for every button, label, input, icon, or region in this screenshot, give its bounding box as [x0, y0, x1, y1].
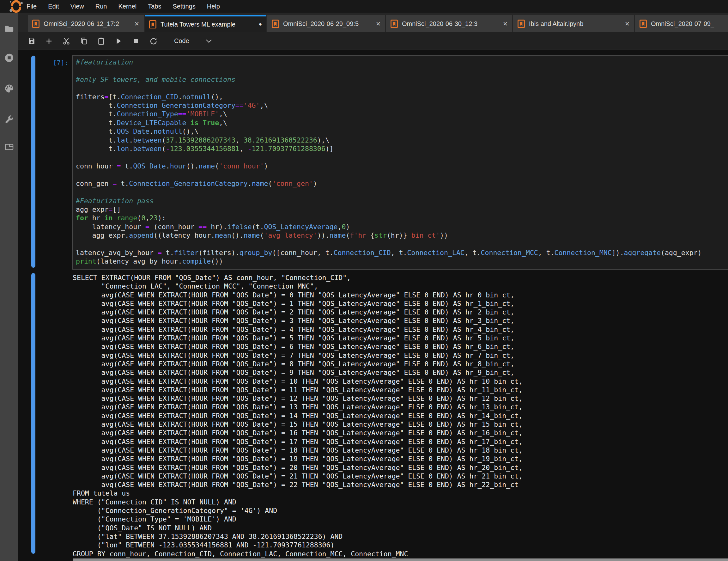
code-line — [76, 84, 728, 92]
tab-2-omnisci-2020-06-29-09-5[interactable]: OmniSci_2020-06-29_09:5✕ — [267, 15, 385, 32]
code-line: conn_hour = t.QOS_Date.hour().name('conn… — [76, 162, 728, 170]
add-icon — [44, 37, 54, 45]
menu-item-edit[interactable]: Edit — [42, 0, 64, 13]
restart-kernel-button[interactable] — [149, 36, 158, 46]
menu-item-settings[interactable]: Settings — [167, 0, 201, 13]
notebook-icon — [272, 20, 279, 28]
code-line — [76, 66, 728, 75]
insert-cell-below-button[interactable] — [44, 36, 54, 46]
code-line: filters=[t.Connection_CID.notnull(), — [76, 93, 728, 101]
code-editor-content[interactable]: #featurization #only SF towers, and mobi… — [76, 58, 728, 266]
tab-label: Ibis and Altair.ipynb — [529, 20, 621, 27]
cut-icon — [62, 37, 71, 45]
output-collapser[interactable] — [31, 273, 35, 554]
cut-cells-button[interactable] — [62, 36, 71, 46]
code-line: for hr in range(0,23): — [76, 214, 728, 222]
folder-icon — [4, 24, 14, 34]
menu-item-help[interactable]: Help — [201, 0, 226, 13]
copy-cells-button[interactable] — [79, 36, 88, 46]
cell-output-text: SELECT EXTRACT(HOUR FROM "QOS_Date") AS … — [73, 273, 523, 558]
sidebar-item-open-tabs[interactable] — [4, 142, 14, 152]
notebook-icon — [640, 20, 647, 28]
code-line: latency_hour = (conn_hour == hr).ifelse(… — [76, 223, 728, 231]
execution-count: [7]: — [48, 59, 68, 66]
menu-item-run[interactable]: Run — [90, 0, 113, 13]
menu-item-kernel[interactable]: Kernel — [112, 0, 142, 13]
sidebar-item-command-palette[interactable] — [4, 83, 14, 94]
close-icon[interactable]: ✕ — [625, 20, 630, 27]
horizontal-scrollbar[interactable] — [73, 558, 728, 561]
left-sidebar — [0, 13, 18, 561]
run-cell-button[interactable] — [114, 36, 123, 46]
omnisci-logo — [8, 0, 26, 12]
tab-3-omnisci-2020-06-30-12-3[interactable]: OmniSci_2020-06-30_12:3✕ — [386, 15, 512, 32]
menu-item-tabs[interactable]: Tabs — [142, 0, 167, 13]
close-icon[interactable]: ✕ — [134, 20, 139, 27]
code-line: agg_expr.append((latency_hour.mean().nam… — [76, 231, 728, 240]
code-line: t.Connection_GenerationCategory=='4G',\ — [76, 101, 728, 110]
code-line: agg_expr=[] — [76, 205, 728, 214]
run-icon — [114, 37, 123, 45]
menu-bar: FileEditViewRunKernelTabsSettingsHelp — [0, 0, 728, 13]
tab-1-tutela-towers-ml-example[interactable]: Tutela Towers ML example● — [145, 15, 266, 32]
interrupt-kernel-button[interactable] — [131, 36, 141, 46]
stop-circle-icon — [4, 53, 14, 63]
notebook-icon — [391, 20, 398, 28]
notebook-icon — [32, 20, 39, 28]
tab-label: OmniSci_2020-07-09_ — [651, 20, 728, 27]
unsaved-indicator: ● — [259, 21, 262, 27]
stop-icon — [131, 37, 141, 45]
save-button[interactable] — [27, 36, 36, 46]
code-line: #featurization — [76, 58, 728, 66]
code-cell-editor[interactable]: #featurization #only SF towers, and mobi… — [72, 55, 728, 270]
copy-icon — [79, 37, 88, 45]
menu-item-view[interactable]: View — [65, 0, 90, 13]
chevron-down-icon — [206, 39, 212, 43]
code-line: t.QOS_Date.notnull(),\ — [76, 127, 728, 136]
notebook-toolbar: Code — [18, 32, 728, 50]
menu-items: FileEditViewRunKernelTabsSettingsHelp — [27, 0, 226, 13]
tab-label: OmniSci_2020-06-30_12:3 — [402, 20, 499, 27]
sidebar-item-running-kernels[interactable] — [4, 53, 14, 63]
tab-0-omnisci-2020-06-12-17-2[interactable]: OmniSci_2020-06-12_17:2✕ — [28, 15, 144, 32]
cell-type-dropdown[interactable]: Code — [174, 37, 212, 45]
code-line: print(latency_avg_by_hour.compile()) — [76, 257, 728, 265]
save-icon — [27, 37, 36, 45]
code-line: latency_avg_by_hour = t.filter(filters).… — [76, 248, 728, 257]
tab-label: OmniSci_2020-06-29_09:5 — [283, 20, 372, 27]
code-line — [76, 153, 728, 162]
close-icon[interactable]: ✕ — [376, 20, 381, 27]
sidebar-item-file-browser[interactable] — [4, 24, 14, 34]
menu-item-file[interactable]: File — [27, 0, 42, 13]
tab-label: OmniSci_2020-06-12_17:2 — [44, 20, 130, 27]
code-line: conn_gen = t.Connection_GenerationCatego… — [76, 179, 728, 188]
code-line: #only SF towers, and mobile connections — [76, 75, 728, 84]
wrench-icon — [4, 114, 14, 125]
notebook-icon — [518, 20, 525, 28]
tab-5-omnisci-2020-07-09-[interactable]: OmniSci_2020-07-09_ — [635, 15, 728, 32]
code-line: t.Device_LTECapable is True,\ — [76, 119, 728, 127]
paste-cells-button[interactable] — [96, 36, 106, 46]
code-line — [76, 240, 728, 248]
notebook-panel: [7]: #featurization #only SF towers, and… — [18, 50, 728, 561]
code-line — [76, 170, 728, 179]
tab-label: Tutela Towers ML example — [161, 21, 255, 28]
notebook-icon — [149, 20, 156, 29]
code-line: t.Connection_Type=='MOBILE',\ — [76, 110, 728, 118]
tab-bar: OmniSci_2020-06-12_17:2✕Tutela Towers ML… — [18, 13, 728, 32]
paste-icon — [96, 37, 106, 45]
input-collapser[interactable] — [31, 56, 35, 268]
code-line — [76, 188, 728, 196]
sidebar-item-property-inspector[interactable] — [4, 114, 14, 125]
code-line: t.lon.between(-123.0355344156881, -121.7… — [76, 144, 728, 153]
close-icon[interactable]: ✕ — [503, 20, 508, 27]
restart-icon — [149, 37, 158, 45]
tab-4-ibis-and-altair-ipynb[interactable]: Ibis and Altair.ipynb✕ — [513, 15, 634, 32]
palette-icon — [4, 83, 14, 94]
code-line: t.lat.between(37.15392886207343, 38.2616… — [76, 136, 728, 144]
tabs-icon — [4, 142, 14, 152]
cell-type-value: Code — [174, 37, 189, 45]
code-line: #Featurization pass — [76, 197, 728, 205]
